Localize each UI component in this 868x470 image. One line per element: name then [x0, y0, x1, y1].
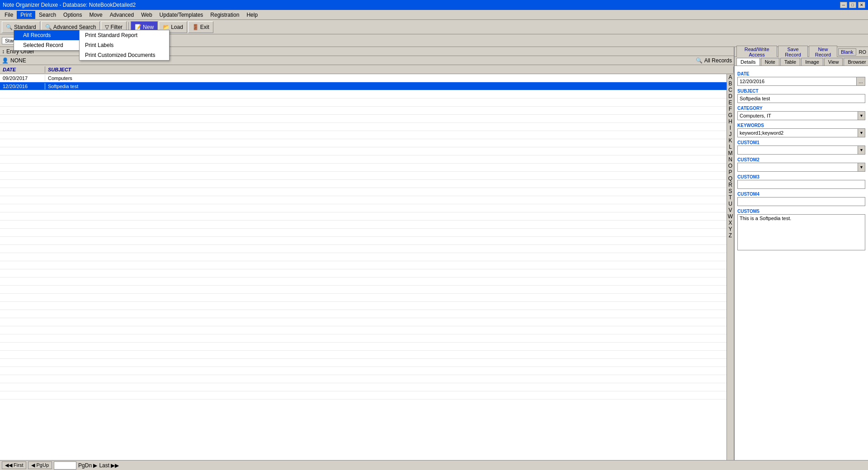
alpha-x[interactable]: X [727, 220, 734, 226]
alpha-v[interactable]: V [727, 207, 734, 213]
alpha-o[interactable]: O [727, 163, 734, 169]
read-write-access-button[interactable]: Read/Write Access [736, 46, 777, 58]
details-form: DATE … SUBJECT CATEGORY ▼ KEYWORDS ▼ CUS… [735, 66, 868, 460]
tab-image[interactable]: Image [801, 58, 823, 66]
print-labels-item[interactable]: Print Labels [80, 40, 169, 50]
menu-print[interactable]: Print [17, 11, 35, 19]
menu-update[interactable]: Update/Templates [156, 11, 207, 19]
empty-row [0, 212, 726, 221]
tab-browser[interactable]: Browser [844, 58, 868, 66]
pgup-button[interactable]: ◀ PgUp [28, 461, 52, 469]
empty-row [0, 196, 726, 204]
menu-advanced[interactable]: Advanced [106, 11, 137, 19]
blank-button[interactable]: Blank [838, 48, 856, 56]
alpha-m[interactable]: M [727, 150, 734, 156]
window-controls: ─ □ ✕ [840, 2, 865, 8]
alpha-f[interactable]: F [727, 106, 734, 112]
alpha-c[interactable]: C [727, 87, 734, 93]
close-button[interactable]: ✕ [858, 2, 865, 8]
subject-field[interactable] [737, 94, 865, 103]
keywords-field[interactable] [738, 129, 858, 137]
record-date-2: 12/20/2016 [0, 83, 45, 89]
date-field[interactable] [737, 77, 856, 86]
alpha-h[interactable]: H [727, 118, 734, 125]
tab-details[interactable]: Details [736, 58, 760, 66]
menu-move[interactable]: Move [85, 11, 106, 19]
alpha-r[interactable]: R [727, 182, 734, 188]
custom3-field[interactable] [737, 180, 865, 189]
advanced-search-label: Advanced Search [53, 24, 96, 30]
subject-field-label: SUBJECT [737, 89, 865, 94]
alpha-a[interactable]: A [727, 74, 734, 80]
alpha-p[interactable]: P [727, 169, 734, 175]
menu-search[interactable]: Search [35, 11, 60, 19]
custom5-field[interactable]: This is a Softpedia test. [737, 214, 865, 250]
date-picker-button[interactable]: … [856, 77, 865, 86]
empty-row [0, 343, 726, 351]
alpha-s[interactable]: S [727, 188, 734, 194]
tab-note[interactable]: Note [761, 58, 779, 66]
category-dropdown-arrow[interactable]: ▼ [858, 112, 865, 120]
empty-row [0, 99, 726, 107]
menu-help[interactable]: Help [243, 11, 261, 19]
exit-button[interactable]: 🚪 Exit [188, 21, 213, 33]
alpha-g[interactable]: G [727, 112, 734, 118]
empty-row [0, 188, 726, 196]
custom2-field[interactable] [738, 163, 858, 171]
alpha-y[interactable]: Y [727, 226, 734, 232]
custom4-field[interactable] [737, 197, 865, 206]
save-record-button[interactable]: Save Record [778, 46, 808, 58]
category-field[interactable] [738, 112, 858, 120]
alpha-scroll: A B C D E F G H I J K L M N O P Q R S T [726, 74, 734, 460]
none-label: NONE [10, 57, 26, 64]
custom5-field-label: CUSTOM5 [737, 209, 865, 214]
alpha-l[interactable]: L [727, 144, 734, 150]
alpha-b[interactable]: B [727, 80, 734, 87]
maximize-button[interactable]: □ [849, 2, 856, 8]
print-standard-report-item[interactable]: Print Standard Report [80, 30, 169, 40]
minimize-button[interactable]: ─ [840, 2, 847, 8]
record-subject-1: Computers [45, 75, 726, 81]
new-label: New [143, 24, 154, 30]
records-table: 09/20/2017 Computers 12/20/2016 Softpedi… [0, 74, 726, 460]
empty-row [0, 253, 726, 261]
menu-file[interactable]: File [1, 11, 17, 19]
empty-row [0, 90, 726, 99]
custom1-select-wrapper: ▼ [737, 146, 865, 155]
alpha-w[interactable]: W [727, 213, 734, 220]
menu-options[interactable]: Options [60, 11, 85, 19]
alpha-t[interactable]: T [727, 194, 734, 201]
alpha-i[interactable]: I [727, 125, 734, 131]
right-panel-toolbar: Read/Write Access Save Record New Record… [735, 47, 868, 57]
tab-view[interactable]: View [824, 58, 843, 66]
tab-table[interactable]: Table [780, 58, 800, 66]
menu-registration[interactable]: Registration [207, 11, 243, 19]
custom1-field[interactable] [738, 146, 858, 154]
alpha-u[interactable]: U [727, 201, 734, 207]
record-subject-2: Softpedia test [45, 83, 726, 89]
alpha-e[interactable]: E [727, 99, 734, 106]
keywords-dropdown-arrow[interactable]: ▼ [858, 129, 865, 137]
empty-row [0, 139, 726, 147]
panel-tabs: Details Note Table Image View Browser [735, 57, 868, 66]
alpha-j[interactable]: J [727, 131, 734, 137]
print-customized-documents-item[interactable]: Print Customized Documents [80, 50, 169, 60]
column-headers: DATE SUBJECT [0, 65, 734, 74]
first-button[interactable]: ◀◀ First [2, 461, 26, 469]
empty-row [0, 245, 726, 253]
alpha-n[interactable]: N [727, 156, 734, 163]
custom1-dropdown-arrow[interactable]: ▼ [858, 146, 865, 154]
empty-row [0, 286, 726, 294]
empty-row [0, 367, 726, 375]
table-row[interactable]: 09/20/2017 Computers [0, 74, 726, 82]
alpha-q[interactable]: Q [727, 175, 734, 182]
page-input[interactable] [54, 461, 76, 470]
custom2-dropdown-arrow[interactable]: ▼ [858, 163, 865, 171]
alpha-z[interactable]: Z [727, 232, 734, 239]
alpha-k[interactable]: K [727, 137, 734, 144]
table-row[interactable]: 12/20/2016 Softpedia test [0, 82, 726, 90]
new-record-button[interactable]: New Record [809, 46, 837, 58]
alpha-d[interactable]: D [727, 93, 734, 99]
menu-web[interactable]: Web [137, 11, 156, 19]
empty-row [0, 326, 726, 334]
